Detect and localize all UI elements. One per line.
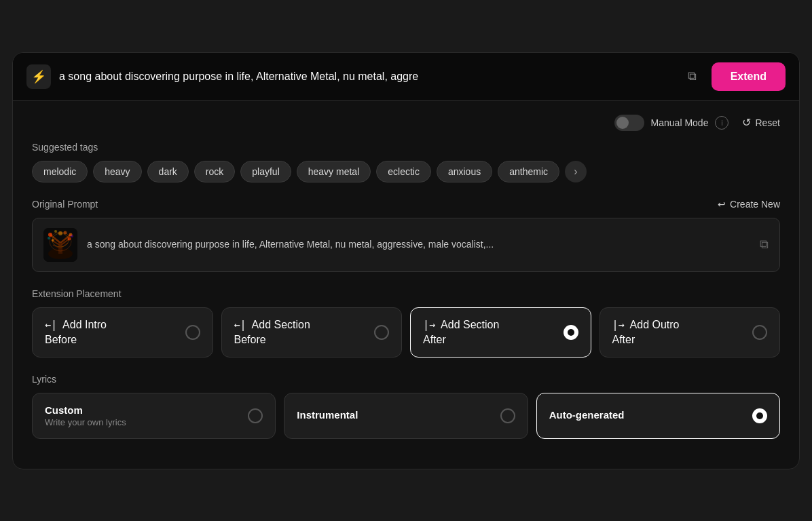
original-prompt-header: Original Prompt ↩ Create New <box>32 199 780 210</box>
arrow-icon-2: ←| <box>234 319 246 331</box>
manual-mode-label: Manual Mode <box>651 117 709 128</box>
radio-2 <box>374 325 389 340</box>
thumbnail-art <box>43 228 77 262</box>
tags-row: melodic heavy dark rock playful heavy me… <box>32 161 780 182</box>
toggle-thumb <box>616 117 629 129</box>
placement-title-3: |→ Add Section <box>423 319 499 331</box>
placement-subtitle-2: Before <box>234 334 310 346</box>
lyrics-grid: Custom Write your own lyrics Instrumenta… <box>32 393 780 439</box>
lyrics-radio-1 <box>248 408 263 423</box>
placement-card-content-3: |→ Add Section After <box>423 319 499 346</box>
placement-title-2: ←| Add Section <box>234 319 310 331</box>
lyrics-card-content-2: Instrumental <box>297 409 358 422</box>
placement-grid: ←| Add Intro Before ←| Add Section Befor… <box>32 307 780 358</box>
placement-title-4: |→ Add Outro <box>612 319 680 331</box>
prompt-copy-icon[interactable]: ⧉ <box>760 237 769 252</box>
extension-placement-label: Extension Placement <box>32 288 780 299</box>
svg-point-13 <box>52 239 54 242</box>
placement-card-content-4: |→ Add Outro After <box>612 319 680 346</box>
tag-heavy-metal[interactable]: heavy metal <box>297 161 371 182</box>
svg-point-19 <box>71 235 73 237</box>
tag-dark[interactable]: dark <box>147 161 189 182</box>
tag-anxious[interactable]: anxious <box>437 161 492 182</box>
radio-3 <box>564 325 578 340</box>
reset-label: Reset <box>755 117 780 128</box>
arrow-icon-1: ←| <box>45 319 57 331</box>
tag-melodic[interactable]: melodic <box>32 161 88 182</box>
lyrics-custom[interactable]: Custom Write your own lyrics <box>32 393 276 439</box>
arrow-icon-3: |→ <box>423 319 435 331</box>
lyrics-card-content-1: Custom Write your own lyrics <box>45 404 126 427</box>
placement-add-section-before[interactable]: ←| Add Section Before <box>221 307 403 358</box>
placement-title-1: ←| Add Intro <box>45 319 107 331</box>
tag-eclectic[interactable]: eclectic <box>376 161 431 182</box>
tag-playful[interactable]: playful <box>240 161 291 182</box>
reset-button[interactable]: ↺ Reset <box>742 116 780 129</box>
lyrics-sub-1: Write your own lyrics <box>45 417 126 427</box>
copy-prompt-icon[interactable]: ⧉ <box>682 66 703 88</box>
svg-point-17 <box>64 231 67 234</box>
lyrics-card-content-3: Auto-generated <box>549 409 625 422</box>
info-icon[interactable]: i <box>715 116 728 130</box>
body: Manual Mode i ↺ Reset Suggested tags mel… <box>13 101 799 452</box>
arrow-icon-4: |→ <box>612 319 625 331</box>
prompt-box: a song about discovering purpose in life… <box>32 218 780 272</box>
svg-point-18 <box>48 237 50 239</box>
lyrics-radio-2 <box>500 408 515 423</box>
lyrics-title-3: Auto-generated <box>549 409 625 421</box>
tags-more-button[interactable]: › <box>565 161 587 182</box>
lyrics-label: Lyrics <box>32 374 780 385</box>
placement-add-section-after[interactable]: |→ Add Section After <box>410 307 591 358</box>
placement-subtitle-1: Before <box>45 334 107 346</box>
svg-point-14 <box>68 237 71 240</box>
radio-1 <box>185 325 200 340</box>
reset-icon: ↺ <box>742 116 751 129</box>
tag-anthemic[interactable]: anthemic <box>498 161 559 182</box>
create-new-label: Create New <box>730 199 780 210</box>
lyrics-title-1: Custom <box>45 404 126 416</box>
radio-4 <box>752 325 767 340</box>
lyrics-instrumental[interactable]: Instrumental <box>284 393 528 439</box>
create-new-button[interactable]: ↩ Create New <box>718 199 780 210</box>
placement-card-content-2: ←| Add Section Before <box>234 319 310 346</box>
lyrics-title-2: Instrumental <box>297 409 358 421</box>
svg-point-11 <box>48 233 52 237</box>
tag-heavy[interactable]: heavy <box>93 161 141 182</box>
create-new-undo-icon: ↩ <box>718 199 726 210</box>
original-prompt-label: Original Prompt <box>32 199 98 210</box>
placement-add-intro-before[interactable]: ←| Add Intro Before <box>32 307 213 358</box>
prompt-text: a song about discovering purpose in life… <box>87 237 750 252</box>
placement-card-content-1: ←| Add Intro Before <box>45 319 107 346</box>
lyrics-auto-generated[interactable]: Auto-generated <box>536 393 780 439</box>
placement-subtitle-4: After <box>612 334 680 346</box>
suggested-tags-label: Suggested tags <box>32 142 780 153</box>
placement-add-outro-after[interactable]: |→ Add Outro After <box>599 307 781 358</box>
lightning-icon: ⚡ <box>26 64 51 89</box>
svg-point-16 <box>54 230 57 233</box>
prompt-thumbnail <box>43 228 77 262</box>
tag-rock[interactable]: rock <box>194 161 235 182</box>
placement-subtitle-3: After <box>423 334 499 346</box>
manual-mode-toggle-container: Manual Mode i <box>614 115 729 131</box>
manual-mode-toggle[interactable] <box>614 115 644 131</box>
modal-container: ⚡ ⧉ Extend Manual Mode i ↺ Reset Suggest… <box>12 52 800 469</box>
controls-row: Manual Mode i ↺ Reset <box>32 115 780 131</box>
prompt-input[interactable] <box>59 71 673 83</box>
header: ⚡ ⧉ Extend <box>13 53 799 101</box>
svg-point-15 <box>58 231 62 235</box>
extend-button[interactable]: Extend <box>712 62 786 91</box>
lyrics-radio-3 <box>752 408 767 423</box>
